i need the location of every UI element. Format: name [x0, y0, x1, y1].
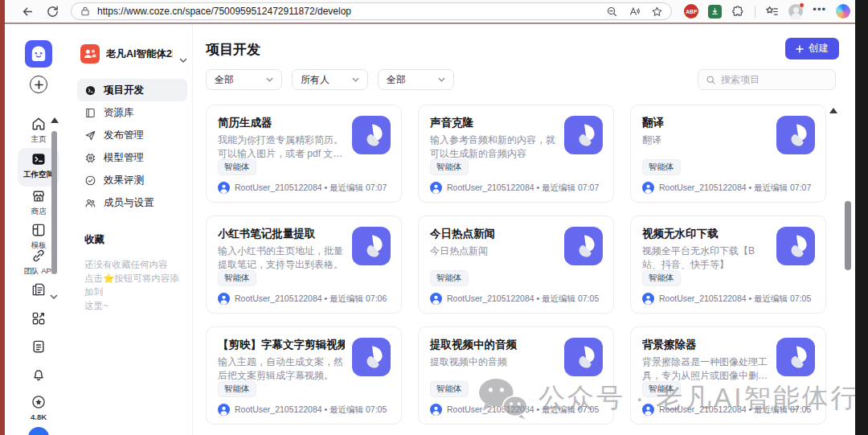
url-bar[interactable]: https://www.coze.cn/space/75009595124729…	[71, 2, 672, 20]
refresh-icon[interactable]	[46, 5, 59, 18]
project-card[interactable]: 【剪映】字幕文字剪辑视频 输入主题，自动生成文案，然后把文案剪辑成字幕视频。 智…	[206, 326, 402, 425]
site-security-icon[interactable]	[80, 6, 91, 17]
filter-bar: 全部 所有人 全部	[206, 69, 454, 90]
project-card[interactable]: 提取视频中的音频 提取视频中的音频 智能体 RootUser_210512208…	[418, 326, 614, 425]
project-card[interactable]: 翻译 翻译 智能体 RootUser_2105122084 • 最近编辑 07:…	[630, 105, 826, 203]
favorites-section: 收藏 还没有收藏任何内容 点击⭐按钮可将内容添加到 这里~	[84, 233, 186, 313]
project-icon	[776, 116, 815, 154]
workspace-name: 老凡AI智能体2团	[106, 47, 173, 61]
rail-item-template[interactable]: 模板	[5, 222, 72, 251]
project-description: 背景擦除器是一种图像处理工具，专为从照片或图像中删除…	[642, 355, 769, 383]
sidebar-item-resources[interactable]: 资源库	[77, 101, 187, 124]
project-meta: RootUser_2105122084 • 最近编辑 07:07	[218, 182, 387, 194]
favorites-bar-icon[interactable]	[765, 5, 779, 18]
terminal-icon	[31, 151, 47, 167]
rail-item-apps[interactable]	[5, 310, 72, 326]
agent-type-badge: 智能体	[218, 381, 256, 397]
owner-avatar	[430, 293, 442, 305]
agent-type-badge: 智能体	[642, 381, 681, 397]
filter-status-dropdown[interactable]: 全部	[378, 69, 454, 90]
api-link-icon	[31, 248, 47, 264]
rail-item-credits[interactable]: 4.8K	[5, 394, 72, 421]
project-icon	[776, 227, 815, 265]
copilot-icon[interactable]	[836, 4, 850, 18]
publish-icon	[84, 129, 96, 142]
project-meta-text: RootUser_2105122084 • 最近编辑 07:05	[447, 404, 599, 416]
read-aloud-icon[interactable]	[628, 6, 641, 18]
project-icon	[352, 116, 391, 154]
rail-item-team-api[interactable]: 团队 API	[5, 248, 72, 277]
workspace-switcher[interactable]: 老凡AI智能体2团	[80, 43, 187, 65]
content-scroll-up-arrow[interactable]	[829, 108, 837, 113]
rail-item-store[interactable]: 商店	[5, 188, 72, 217]
sidebar-menu: 项目开发 资源库 发布管理 模型管理 效果评测 成员与设置	[77, 79, 187, 214]
project-description: 翻译	[642, 133, 769, 147]
left-edge-strip	[0, 0, 5, 435]
model-chip-icon	[84, 152, 96, 164]
project-card[interactable]: 声音克隆 输入参考音频和新的内容，就可以生成新的音频内容 智能体 RootUse…	[418, 105, 614, 203]
project-title: 视频无水印下载	[642, 227, 769, 241]
agent-type-badge: 智能体	[218, 270, 256, 286]
favorites-empty-text: 还没有收藏任何内容 点击⭐按钮可将内容添加到 这里~	[84, 258, 186, 313]
project-title: 背景擦除器	[642, 338, 769, 352]
chevron-down-icon	[179, 51, 187, 56]
search-box	[698, 69, 836, 90]
project-card[interactable]: 视频无水印下载 视频全平台无水印下载【B站、抖音、快手等】 智能体 RootUs…	[630, 215, 826, 314]
sidebar-item-develop[interactable]: 项目开发	[77, 79, 187, 101]
project-card[interactable]: 背景擦除器 背景擦除器是一种图像处理工具，专为从照片或图像中删除… 智能体 Ro…	[630, 326, 826, 425]
sidebar-item-label: 成员与设置	[104, 196, 154, 210]
user-avatar[interactable]	[28, 427, 49, 435]
project-title: 声音克隆	[430, 116, 557, 130]
library-docs-icon	[31, 281, 47, 298]
back-icon[interactable]	[21, 5, 35, 18]
sidebar-item-evaluation[interactable]: 效果评测	[77, 169, 187, 191]
owner-avatar	[218, 293, 230, 305]
create-button[interactable]: 创建	[785, 38, 839, 60]
filter-type-dropdown[interactable]: 全部	[206, 69, 282, 90]
project-icon	[776, 338, 815, 376]
main-content: 项目开发 创建 全部 所有人 全部	[193, 24, 855, 435]
sidebar-item-models[interactable]: 模型管理	[77, 146, 187, 169]
project-meta-text: RootUser_2105122084 • 最近编辑 07:07	[235, 183, 387, 194]
project-icon	[564, 227, 603, 265]
chevron-down-icon	[438, 77, 445, 82]
rail-item-workspace[interactable]: 工作空间	[5, 151, 72, 180]
rail-scrollbar[interactable]	[51, 131, 57, 274]
sidebar-item-members[interactable]: 成员与设置	[77, 191, 187, 214]
favorites-title: 收藏	[84, 233, 186, 247]
project-icon	[352, 227, 391, 265]
zoom-out-icon[interactable]	[606, 6, 618, 18]
rail-add-button[interactable]	[30, 76, 47, 93]
project-card[interactable]: 今日热点新闻 今日热点新闻 智能体 RootUser_2105122084 • …	[418, 215, 614, 314]
project-meta-text: RootUser_2105122084 • 最近编辑 07:05	[235, 404, 387, 416]
chevron-down-icon	[352, 77, 359, 82]
green-extension-icon[interactable]	[708, 5, 722, 18]
url-text[interactable]: https://www.coze.cn/space/75009595124729…	[97, 6, 596, 17]
filter-owner-dropdown[interactable]: 所有人	[292, 69, 368, 90]
rail-collapse-chevron-icon[interactable]	[50, 288, 58, 294]
sidebar-item-publish[interactable]: 发布管理	[77, 124, 187, 146]
search-input[interactable]	[721, 74, 828, 85]
rail-item-docs[interactable]	[5, 339, 72, 355]
members-icon	[84, 197, 96, 209]
owner-avatar	[642, 404, 654, 416]
bookmark-star-icon[interactable]	[651, 6, 663, 18]
browser-menu-icon[interactable]: •••	[813, 4, 826, 19]
project-meta-text: RootUser_2105122084 • 最近编辑 07:05	[447, 293, 599, 305]
rail-item-library[interactable]	[5, 281, 72, 298]
bell-icon	[31, 367, 47, 383]
right-edge-strip	[855, 0, 868, 435]
rail-scroll-up-arrow[interactable]	[51, 117, 59, 123]
browser-profile-avatar[interactable]	[788, 4, 803, 18]
coze-logo[interactable]	[25, 40, 52, 68]
chevron-down-icon	[266, 77, 273, 82]
rail-item-home[interactable]: 主页	[5, 116, 72, 145]
content-scrollbar[interactable]	[845, 201, 851, 270]
extensions-puzzle-icon[interactable]	[731, 5, 745, 18]
rail-item-notifications[interactable]	[5, 367, 72, 383]
sidebar-item-label: 资源库	[104, 106, 134, 120]
project-card[interactable]: 简历生成器 我能为你打造专属精彩简历。可以输入图片，或者 pdf 文件作… 智能…	[206, 105, 402, 203]
adblock-extension-icon[interactable]: ABP	[684, 4, 698, 18]
project-meta: RootUser_2105122084 • 最近编辑 07:05	[642, 404, 811, 416]
project-card[interactable]: 小红书笔记批量提取 输入小红书的主页地址，批量提取笔记，支持导出到表格。 智能体…	[206, 215, 402, 314]
